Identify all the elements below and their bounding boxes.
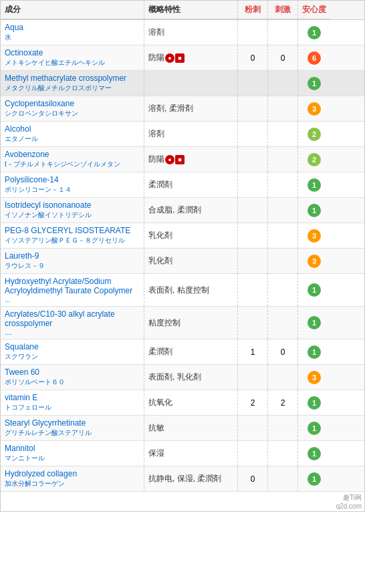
ingredient-powder: [238, 172, 268, 197]
ingredient-english-name[interactable]: Mannitol: [5, 444, 140, 453]
table-row[interactable]: Alcohol エタノール 溶剤 2: [1, 122, 364, 147]
ingredient-overview: 抗敏: [144, 416, 238, 440]
ingredient-japanese-name: イソノナン酸イソトリデシル: [5, 210, 140, 220]
ingredient-english-name[interactable]: Octinoxate: [5, 48, 140, 57]
ingredient-irritation: [268, 198, 298, 223]
table-row[interactable]: vitamin E トコフェロール 抗氧化 2 2 1: [1, 390, 364, 416]
powder-value: 1: [251, 347, 255, 357]
ingredient-safety: 1: [298, 274, 330, 306]
ingredient-english-name[interactable]: Cyclopentasiloxane: [5, 99, 140, 108]
ingredient-name-cell: Hydroxyethyl Acrylate/Sodium Acryloyldim…: [1, 274, 144, 306]
ingredient-irritation: [268, 147, 298, 172]
overview-text: 溶剤: [148, 128, 164, 140]
ingredient-english-name[interactable]: Laureth-9: [5, 251, 140, 261]
ingredient-english-name[interactable]: Isotridecyl isononanoate: [5, 200, 140, 210]
table-row[interactable]: Aqua 水 溶剤 1: [1, 20, 364, 45]
ingredient-japanese-name: トコフェロール: [5, 403, 140, 412]
table-row[interactable]: Stearyl Glycyrrhetinate グリチルレチン酸ステアリル 抗敏…: [1, 416, 364, 441]
safety-badge: 1: [308, 204, 321, 217]
ingredient-irritation: [268, 274, 298, 306]
ingredient-japanese-name: エタノール: [5, 134, 140, 144]
ingredient-name-cell: Polysilicone-14 ポリシリコーン－１４: [1, 172, 144, 197]
ingredient-safety: 1: [298, 307, 330, 339]
table-row[interactable]: Methyl methacrylate crosspolymer メタクリル酸メ…: [1, 71, 364, 96]
ingredient-english-name[interactable]: Methyl methacrylate crosspolymer: [5, 74, 140, 83]
ingredient-japanese-name: イソステアリン酸ＰＥＧ－８グリセリル: [5, 236, 140, 245]
ingredient-safety: 3: [298, 365, 330, 390]
ingredient-safety: 1: [298, 441, 330, 466]
ingredient-english-name[interactable]: Polysilicone-14: [5, 175, 140, 184]
ingredient-safety: 3: [298, 249, 330, 273]
safety-badge: 2: [308, 153, 321, 166]
overview-text: 防陽: [148, 52, 164, 63]
overview-text: 保湿: [148, 448, 164, 459]
ingredient-overview: 乳化剤: [144, 223, 238, 248]
ingredient-english-name[interactable]: Avobenzone: [5, 150, 140, 159]
header-name-label: 成分: [5, 4, 140, 15]
warning-circle-icon: ●: [165, 155, 174, 164]
ingredient-japanese-name: ....: [5, 329, 140, 336]
safety-badge: 3: [308, 229, 321, 243]
ingredient-name-cell: Tween 60 ポリソルベート６０: [1, 365, 144, 390]
safety-badge: 1: [308, 422, 321, 435]
ingredient-english-name[interactable]: Squalane: [5, 342, 140, 351]
safety-badge: 2: [308, 128, 321, 141]
ingredient-english-name[interactable]: PEG-8 GLYCERYL ISOSTEARATE: [5, 226, 140, 235]
ingredient-irritation: 2: [268, 390, 298, 415]
table-row[interactable]: Hydroxyethyl Acrylate/Sodium Acryloyldim…: [1, 274, 364, 307]
ingredient-powder: [238, 20, 268, 45]
ingredient-japanese-name: ラウレス－９: [5, 261, 140, 271]
table-row[interactable]: Tween 60 ポリソルベート６０ 表面剤, 乳化剤 3: [1, 365, 364, 390]
ingredient-name-cell: Aqua 水: [1, 20, 144, 45]
table-row[interactable]: Polysilicone-14 ポリシリコーン－１４ 柔潤剤 1: [1, 172, 364, 198]
safety-badge: 3: [308, 371, 321, 384]
table-row[interactable]: Isotridecyl isononanoate イソノナン酸イソトリデシル 合…: [1, 198, 364, 223]
table-row[interactable]: Squalane スクワラン 柔潤剤 1 0 1: [1, 339, 364, 365]
ingredient-english-name[interactable]: Hydrolyzed collagen: [5, 469, 140, 478]
ingredient-overview: 溶剤, 柔滑剤: [144, 96, 238, 121]
table-row[interactable]: Mannitol マンニトール 保湿 1: [1, 441, 364, 466]
ingredient-english-name[interactable]: Stearyl Glycyrrhetinate: [5, 418, 140, 428]
overview-text: 乳化剤: [148, 230, 172, 241]
ingredient-safety: 1: [298, 390, 330, 415]
table-row[interactable]: Laureth-9 ラウレス－９ 乳化剤 3: [1, 249, 364, 274]
ingredient-english-name[interactable]: Tween 60: [5, 368, 140, 377]
table-row[interactable]: Cyclopentasiloxane シクロペンタシロキサン 溶剤, 柔滑剤 3: [1, 96, 364, 122]
ingredient-powder: [238, 223, 268, 248]
ingredient-irritation: [268, 466, 298, 491]
ingredient-english-name[interactable]: Aqua: [5, 23, 140, 32]
ingredient-safety: 1: [298, 172, 330, 197]
ingredient-overview: 抗静电, 保湿, 柔潤剤: [144, 466, 238, 491]
table-row[interactable]: Hydrolyzed collagen 加水分解コラーゲン 抗静电, 保湿, 柔…: [1, 466, 364, 492]
ingredient-name-cell: Cyclopentasiloxane シクロペンタシロキサン: [1, 96, 144, 121]
ingredient-safety: 3: [298, 223, 330, 248]
ingredient-powder: [238, 441, 268, 466]
ingredient-overview: 粘度控制: [144, 307, 238, 339]
ingredient-irritation: [268, 441, 298, 466]
overview-text: 抗氧化: [148, 397, 172, 408]
ingredient-japanese-name: スクワラン: [5, 352, 140, 361]
ingredient-japanese-name: 水: [5, 33, 140, 42]
ingredient-english-name[interactable]: Hydroxyethyl Acrylate/Sodium Acryloyldim…: [5, 277, 140, 295]
table-row[interactable]: Avobenzone t－ブチルメトキシジベンゾイルメタン 防陽●■ 2: [1, 147, 364, 172]
table-row[interactable]: Acrylates/C10-30 alkyl acrylate crosspol…: [1, 307, 364, 339]
header-overview: 概略特性: [144, 1, 238, 19]
ingredient-japanese-name: ...: [5, 296, 140, 303]
ingredient-english-name[interactable]: Alcohol: [5, 124, 140, 134]
ingredient-safety: 1: [298, 416, 330, 440]
safety-badge: 3: [308, 255, 321, 268]
ingredient-overview: 防陽●■: [144, 147, 238, 172]
safety-badge: 1: [308, 396, 321, 410]
ingredient-irritation: [268, 20, 298, 45]
header-powder-label: 粉刺: [245, 4, 261, 15]
safety-badge: 1: [308, 316, 321, 329]
overview-text: 柔潤剤: [148, 346, 172, 357]
ingredient-english-name[interactable]: vitamin E: [5, 393, 140, 402]
ingredient-irritation: [268, 172, 298, 197]
table-row[interactable]: Octinoxate メトキシケイヒ酸エチルヘキシル 防陽●■ 0 0 6: [1, 45, 364, 71]
ingredient-japanese-name: シクロペンタシロキサン: [5, 109, 140, 118]
table-row[interactable]: PEG-8 GLYCERYL ISOSTEARATE イソステアリン酸ＰＥＧ－８…: [1, 223, 364, 249]
safety-badge: 3: [308, 102, 321, 116]
ingredient-english-name[interactable]: Acrylates/C10-30 alkyl acrylate crosspol…: [5, 309, 140, 328]
ingredient-powder: [238, 365, 268, 390]
